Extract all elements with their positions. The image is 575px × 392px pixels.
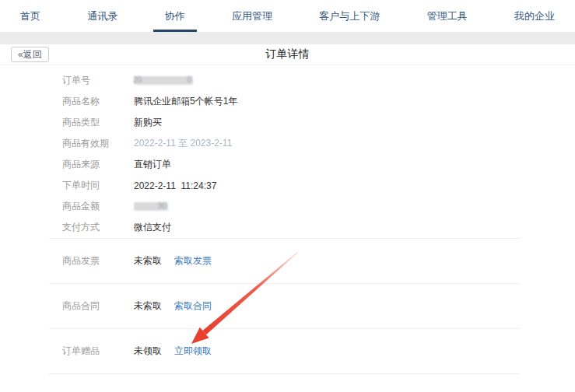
field-value: 微信支付	[134, 221, 171, 234]
nav-item-label: 通讯录	[87, 9, 117, 23]
field-value: 腾讯企业邮箱5个帐号1年	[134, 95, 237, 108]
action-label: 订单赠品	[62, 345, 134, 358]
action-row-contract: 商品合同 未索取 索取合同	[0, 284, 575, 328]
field-label: 商品类型	[62, 116, 134, 129]
nav-item-tools[interactable]: 管理工具	[427, 0, 468, 32]
nav-item-apps[interactable]: 应用管理	[232, 0, 272, 32]
field-value: 2022-2-11 11:24:37	[134, 180, 216, 191]
nav-item-label: 我的企业	[514, 9, 555, 23]
nav-item-label: 客户与上下游	[319, 9, 380, 23]
nav-item-label: 应用管理	[232, 9, 272, 23]
field-label: 商品名称	[62, 95, 134, 108]
field-label: 商品金额	[62, 200, 134, 213]
nav-item-label: 协作	[165, 9, 185, 23]
order-detail-panel: 订单号 200 商品名称 腾讯企业邮箱5个帐号1年 商品类型 新购买 商品有效期…	[0, 65, 575, 374]
action-status: 未索取	[134, 299, 162, 313]
redacted-value: 90	[134, 202, 168, 211]
action-label: 商品发票	[62, 254, 134, 268]
field-row: 商品名称 腾讯企业邮箱5个帐号1年	[0, 91, 575, 112]
action-list: 商品发票 未索取 索取发票 商品合同 未索取 索取合同 订单赠品 未领取 立即领…	[0, 238, 575, 374]
nav-item-collab[interactable]: 协作	[165, 0, 185, 32]
gray-separator-bar	[0, 32, 575, 44]
field-row: 下单时间 2022-2-11 11:24:37	[0, 175, 575, 196]
field-value: 2022-2-11 至 2023-2-11	[134, 137, 232, 150]
field-label: 商品来源	[62, 158, 134, 171]
field-row: 支付方式 微信支付	[0, 217, 575, 238]
action-status: 未索取	[134, 254, 162, 268]
field-value: 直销订单	[134, 158, 171, 171]
field-row: 订单号 200	[0, 70, 575, 91]
field-label: 订单号	[62, 74, 134, 87]
redacted-value: 200	[134, 76, 193, 85]
field-list: 订单号 200 商品名称 腾讯企业邮箱5个帐号1年 商品类型 新购买 商品有效期…	[0, 70, 575, 238]
action-row-gift: 订单赠品 未领取 立即领取	[0, 329, 575, 373]
page-title: 订单详情	[266, 47, 310, 61]
action-row-invoice: 商品发票 未索取 索取发票	[0, 239, 575, 283]
field-label: 下单时间	[62, 179, 134, 192]
nav-item-home[interactable]: 首页	[20, 0, 40, 32]
action-link-contract[interactable]: 索取合同	[174, 299, 212, 313]
top-nav: 首页 通讯录 协作 应用管理 客户与上下游 管理工具 我的企业	[0, 0, 575, 32]
field-label: 商品有效期	[62, 137, 134, 150]
nav-item-contacts[interactable]: 通讯录	[87, 0, 117, 32]
nav-item-label: 管理工具	[427, 9, 468, 23]
action-link-gift[interactable]: 立即领取	[174, 345, 212, 358]
field-value: 200	[134, 76, 193, 85]
redacted-fragment: 0	[187, 75, 191, 85]
field-row: 商品金额 90	[0, 196, 575, 217]
redacted-fragment: 20	[133, 75, 142, 85]
nav-item-label: 首页	[20, 9, 40, 23]
field-label: 支付方式	[62, 221, 134, 234]
field-value: 新购买	[134, 116, 162, 129]
action-label: 商品合同	[62, 299, 134, 313]
field-row: 商品来源 直销订单	[0, 154, 575, 175]
action-status: 未领取	[134, 345, 162, 358]
action-link-invoice[interactable]: 索取发票	[174, 254, 212, 268]
field-row: 商品有效期 2022-2-11 至 2023-2-11	[0, 133, 575, 154]
section-divider	[49, 373, 520, 374]
order-detail-page: 首页 通讯录 协作 应用管理 客户与上下游 管理工具 我的企业 «返回 订单详情…	[0, 0, 575, 392]
back-button[interactable]: «返回	[11, 47, 49, 62]
field-row: 商品类型 新购买	[0, 112, 575, 133]
nav-item-company[interactable]: 我的企业	[514, 0, 555, 32]
redacted-fragment: 90	[158, 201, 167, 211]
page-header: «返回 订单详情	[0, 44, 575, 65]
nav-item-customers[interactable]: 客户与上下游	[319, 0, 380, 32]
field-value: 90	[134, 202, 168, 211]
